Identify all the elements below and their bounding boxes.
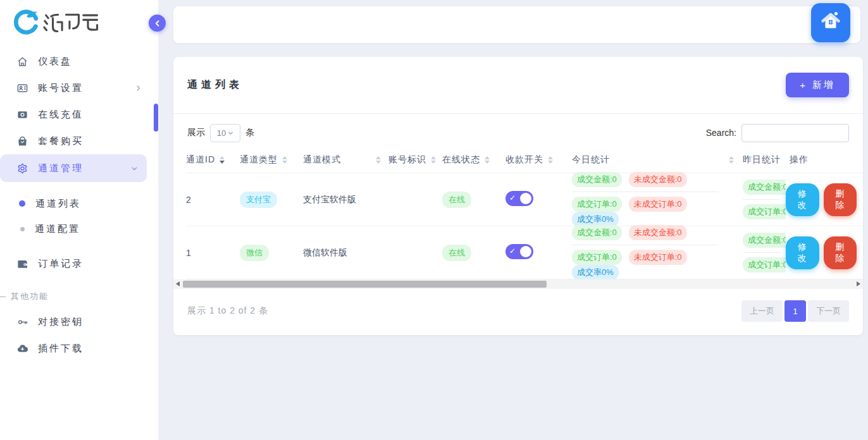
stat-badge-unpaid-orders: 未成交订单:0 bbox=[629, 197, 687, 212]
stat-badge-rate: 成交率0% bbox=[572, 265, 619, 280]
check-icon: ✓ bbox=[509, 247, 516, 255]
scroll-right-arrow-icon[interactable] bbox=[857, 281, 860, 286]
delete-button[interactable]: 删除 bbox=[824, 236, 857, 269]
scrollbar-thumb[interactable] bbox=[183, 281, 547, 288]
sidebar-item-label: 插件下载 bbox=[38, 343, 84, 355]
section-dash bbox=[0, 296, 6, 297]
add-button[interactable]: + 新增 bbox=[786, 73, 849, 97]
sidebar-section-other: 其他功能 bbox=[0, 291, 158, 302]
payment-toggle[interactable]: ✓ bbox=[505, 244, 533, 259]
column-header-account[interactable]: 账号标识 bbox=[388, 154, 442, 166]
column-label: 账号标识 bbox=[388, 154, 426, 166]
sidebar-item-dashboard[interactable]: 仪表盘 bbox=[0, 48, 158, 75]
cell-online-status: 在线 bbox=[442, 192, 505, 208]
sort-icon[interactable] bbox=[376, 156, 381, 164]
stat-divider bbox=[572, 192, 719, 192]
column-header-status[interactable]: 在线状态 bbox=[442, 154, 505, 166]
banknote-icon bbox=[16, 109, 28, 121]
sidebar-item-label: 通道管理 bbox=[38, 162, 84, 174]
brand-bird-icon bbox=[11, 8, 40, 39]
edit-button[interactable]: 修改 bbox=[786, 236, 819, 269]
sort-icon[interactable] bbox=[485, 156, 490, 164]
pagination: 上一页 1 下一页 bbox=[741, 300, 849, 322]
column-label: 今日统计 bbox=[572, 154, 610, 166]
stat-badge-unpaid-orders: 未成交订单:0 bbox=[629, 250, 687, 265]
sidebar-subitem-channel-config[interactable]: 通道配置 bbox=[0, 216, 158, 241]
page-size-select[interactable]: 10 bbox=[210, 124, 240, 142]
next-page-button[interactable]: 下一页 bbox=[808, 300, 849, 322]
toggle-knob bbox=[520, 246, 531, 257]
stat-badge-unpaid-amount: 未成交金额:0 bbox=[629, 225, 687, 240]
cell-channel-type: 微信 bbox=[240, 245, 303, 261]
stat-badge-amount: 成交金额:0 bbox=[572, 172, 622, 187]
sidebar-item-channel-management[interactable]: 通道管理 bbox=[0, 154, 147, 182]
channel-list-card: 通道列表 + 新增 展示 10 条 Search: 通道ID 通 bbox=[173, 57, 863, 335]
sidebar-menu: 仪表盘 账号设置 在线充值 套餐购买 bbox=[0, 48, 158, 362]
toggle-knob bbox=[520, 193, 531, 204]
sidebar-item-label: 在线充值 bbox=[38, 109, 84, 121]
sidebar-item-account-settings[interactable]: 账号设置 bbox=[0, 75, 158, 101]
stat-divider bbox=[743, 252, 781, 253]
cell-actions: 修改 删除 bbox=[786, 173, 857, 226]
brand-logotype bbox=[43, 9, 108, 37]
edit-button[interactable]: 修改 bbox=[786, 183, 819, 216]
chevron-right-icon bbox=[135, 83, 142, 94]
column-header-switch[interactable]: 收款开关 bbox=[505, 154, 572, 166]
card-header: 通道列表 + 新增 bbox=[173, 57, 863, 114]
home-icon bbox=[16, 56, 28, 68]
check-icon: ✓ bbox=[509, 193, 516, 202]
stat-badge-amount: 成交金额:0 bbox=[743, 233, 786, 248]
stat-badge-unpaid-amount: 未成交金额:0 bbox=[629, 172, 687, 187]
delete-button[interactable]: 删除 bbox=[824, 183, 857, 216]
scroll-left-arrow-icon[interactable] bbox=[176, 281, 180, 286]
sort-icon[interactable] bbox=[431, 156, 436, 164]
stat-divider bbox=[572, 245, 719, 245]
type-badge: 微信 bbox=[240, 245, 269, 261]
home-button[interactable] bbox=[811, 3, 850, 42]
page-size-value: 10 bbox=[217, 128, 226, 138]
sort-icon[interactable] bbox=[548, 156, 553, 164]
sidebar-subitem-channel-list[interactable]: 通道列表 bbox=[0, 191, 158, 216]
table-row: 2 支付宝 支付宝软件版 在线 ✓ 成交金额:0 未成交金额:0 bbox=[186, 173, 863, 226]
sidebar-item-package-purchase[interactable]: 套餐购买 bbox=[0, 128, 158, 154]
sidebar-collapse-button[interactable] bbox=[149, 15, 166, 32]
sort-icon[interactable] bbox=[729, 156, 734, 164]
type-badge: 支付宝 bbox=[240, 192, 277, 208]
column-header-id[interactable]: 通道ID bbox=[186, 154, 240, 166]
cloud-download-icon bbox=[16, 343, 28, 355]
cell-online-status: 在线 bbox=[442, 245, 505, 261]
stat-badge-amount: 成交金额:0 bbox=[572, 225, 622, 240]
search-input[interactable] bbox=[741, 124, 849, 142]
plus-icon: + bbox=[800, 80, 807, 90]
column-label: 操作 bbox=[790, 154, 809, 166]
account-card-icon bbox=[16, 82, 28, 94]
stat-badge-orders: 成交订单:0 bbox=[572, 197, 622, 212]
search-label: Search: bbox=[706, 128, 736, 138]
inactive-dot-icon bbox=[20, 227, 25, 231]
sidebar: 仪表盘 账号设置 在线充值 套餐购买 bbox=[0, 0, 158, 440]
chevron-down-icon bbox=[131, 163, 138, 174]
payment-toggle[interactable]: ✓ bbox=[505, 191, 533, 206]
sort-icon[interactable] bbox=[220, 156, 225, 164]
prev-page-button[interactable]: 上一页 bbox=[741, 300, 783, 322]
table-row: 1 微信 微信软件版 在线 ✓ 成交金额:0 未成交金额:0 bbox=[186, 226, 863, 279]
cell-today-stats: 成交金额:0 未成交金额:0 成交订单:0 未成交订单:0 成交率0% bbox=[572, 225, 743, 280]
cell-yesterday-stats: 成交金额:0 成交订单:0 bbox=[743, 180, 786, 219]
sidebar-item-label: 订单记录 bbox=[38, 258, 84, 270]
sidebar-item-order-records[interactable]: 订单记录 bbox=[0, 250, 158, 277]
column-header-type[interactable]: 通道类型 bbox=[240, 154, 303, 166]
chevron-down-icon bbox=[228, 130, 233, 136]
sort-icon[interactable] bbox=[282, 156, 287, 164]
sidebar-item-plugin-download[interactable]: 插件下载 bbox=[0, 335, 158, 362]
add-button-label: 新增 bbox=[812, 79, 835, 91]
page-number-button[interactable]: 1 bbox=[784, 300, 806, 322]
stat-badge-orders: 成交订单:0 bbox=[743, 257, 786, 272]
horizontal-scrollbar[interactable] bbox=[173, 279, 863, 289]
column-header-today[interactable]: 今日统计 bbox=[572, 154, 743, 166]
column-header-mode[interactable]: 通道模式 bbox=[303, 154, 388, 166]
active-dot-icon bbox=[19, 200, 25, 207]
stat-badge-amount: 成交金额:0 bbox=[743, 180, 786, 195]
sidebar-item-api-keys[interactable]: 对接密钥 bbox=[0, 309, 158, 335]
sidebar-item-online-recharge[interactable]: 在线充值 bbox=[0, 101, 158, 128]
cell-channel-mode: 微信软件版 bbox=[303, 247, 388, 259]
